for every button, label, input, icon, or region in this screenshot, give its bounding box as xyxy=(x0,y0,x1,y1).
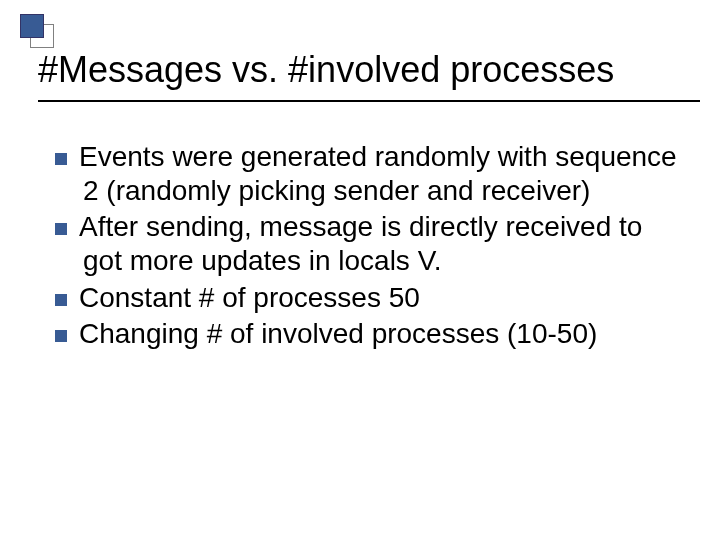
square-bullet-icon xyxy=(55,294,67,306)
bullet-text: Constant # of processes 50 xyxy=(79,282,420,313)
square-bullet-icon xyxy=(55,153,67,165)
list-item: Constant # of processes 50 xyxy=(55,281,680,315)
list-item: Events were generated randomly with sequ… xyxy=(55,140,680,208)
slide-title: #Messages vs. #involved processes xyxy=(38,50,682,90)
bullet-text: Events were generated randomly with sequ… xyxy=(79,141,677,206)
square-bullet-icon xyxy=(55,330,67,342)
decorative-square-filled xyxy=(20,14,44,38)
list-item: After sending, message is directly recei… xyxy=(55,210,680,278)
square-bullet-icon xyxy=(55,223,67,235)
bullet-text: Changing # of involved processes (10-50) xyxy=(79,318,597,349)
slide-body: Events were generated randomly with sequ… xyxy=(55,140,680,353)
title-underline xyxy=(38,100,700,102)
slide: #Messages vs. #involved processes Events… xyxy=(0,0,720,540)
bullet-text: After sending, message is directly recei… xyxy=(79,211,642,276)
list-item: Changing # of involved processes (10-50) xyxy=(55,317,680,351)
